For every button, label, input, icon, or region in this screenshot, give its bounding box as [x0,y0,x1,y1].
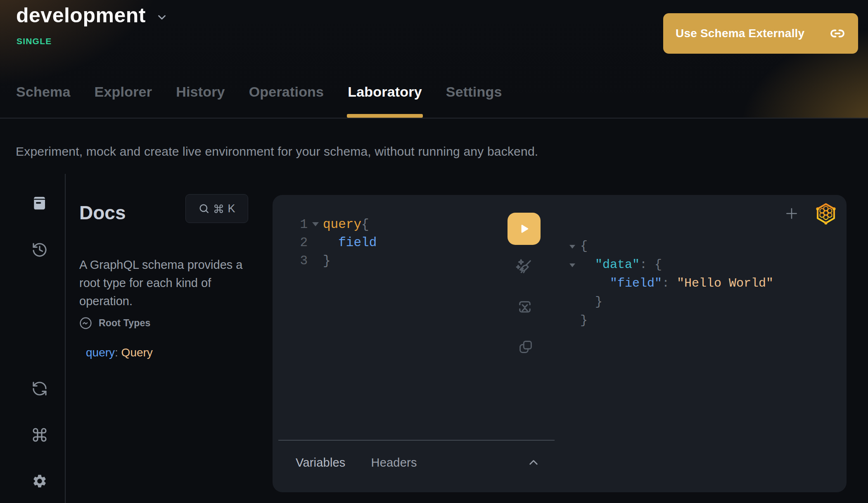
close-brace: } [323,254,331,268]
field-value: "Hello World" [677,276,773,290]
indent [580,295,595,309]
chevron-down-icon[interactable] [156,11,168,24]
command-icon [31,427,48,443]
fold-toggle[interactable] [308,222,323,226]
response-line-1: { [564,237,773,255]
query-line-2[interactable]: 2 field [273,233,377,252]
tab-headers[interactable]: Headers [371,456,417,470]
tab-explorer[interactable]: Explorer [95,84,152,119]
command-key-icon [213,204,224,214]
docs-book-icon [31,195,48,211]
project-title: development [16,3,146,27]
prettify-sparkle-broom-icon [515,258,534,277]
docs-panel-title: Docs [79,202,126,224]
data-key: "data" [595,258,640,272]
root-type-query-link[interactable]: query: Query [86,346,153,359]
history-sidebar-button[interactable] [31,242,48,258]
tab-operations[interactable]: Operations [249,84,324,119]
laboratory-description: Experiment, mock and create live environ… [16,145,538,159]
indent [323,235,338,250]
secondary-editor-tabs: Variables Headers [296,456,417,470]
chevron-up-icon [526,455,541,470]
root-types-section: Root Types [79,316,151,330]
link-icon [830,26,845,41]
response-line-5: } [564,311,773,330]
response-line-2: "data": { [564,255,773,274]
line-number: 2 [273,235,308,250]
search-icon [198,203,210,214]
target-tabs: Schema Explorer History Operations Labor… [16,84,502,119]
root-types-icon [79,316,92,330]
field-key: "field" [610,276,662,290]
close-brace: } [580,313,588,327]
search-shortcut-key: K [228,202,235,215]
open-brace: { [655,258,662,272]
docs-sidebar-button[interactable] [31,195,48,211]
tab-variables[interactable]: Variables [296,456,346,470]
response-viewer: { "data": { "field": "Hello World" } } [564,237,773,330]
keyboard-shortcuts-sidebar-button[interactable] [31,427,48,443]
response-line-4: } [564,292,773,311]
colon: : [640,258,655,272]
tab-settings[interactable]: Settings [446,84,502,119]
tab-history[interactable]: History [176,84,225,119]
colon: : [662,276,677,290]
environment-badge: SINGLE [17,36,52,46]
laboratory-page: development SINGLE Use Schema Externally… [0,0,868,503]
graphql-hive-logo-icon [813,201,839,226]
line-number: 1 [273,217,308,232]
collapse-secondary-editor-button[interactable] [524,453,543,472]
graphiql-editor-panel: 1 query{ 2 field 3 } [273,195,847,492]
root-types-label: Root Types [99,318,151,329]
open-brace: { [361,217,369,232]
execute-query-button[interactable] [508,213,541,245]
collapse-toggle[interactable] [564,262,575,267]
page-header: development SINGLE Use Schema Externally… [0,0,868,119]
use-schema-externally-button[interactable]: Use Schema Externally [663,13,858,54]
open-brace: { [580,239,588,253]
copy-icon [518,339,534,355]
merge-icon [516,298,534,316]
refresh-icon [31,380,48,397]
field-token: field [338,235,377,250]
fold-triangle-icon [569,245,575,249]
schema-description: A GraphQL schema provides a root type fo… [79,256,259,310]
query-editor[interactable]: 1 query{ 2 field 3 } [273,215,377,270]
history-icon [31,242,48,258]
plus-icon [783,205,800,222]
collapse-toggle[interactable] [564,244,575,249]
fold-triangle-icon [312,222,319,226]
docs-search-button[interactable]: K [185,194,248,223]
close-brace: } [595,295,602,309]
use-schema-button-label: Use Schema Externally [676,27,804,40]
root-type-field-name[interactable]: query [86,346,115,359]
editor-bottom-divider [278,440,555,441]
query-line-3[interactable]: 3 } [273,252,377,270]
copy-query-button[interactable] [516,337,535,356]
root-type-separator: : [115,346,121,359]
tab-laboratory[interactable]: Laboratory [348,84,422,119]
prettify-button[interactable] [515,258,534,277]
fold-triangle-icon [569,263,575,267]
settings-sidebar-button[interactable] [31,473,48,489]
settings-gear-icon [32,473,47,489]
query-line-1[interactable]: 1 query{ [273,215,377,233]
project-selector[interactable]: development [16,3,168,27]
tab-schema[interactable]: Schema [16,84,71,119]
indent [580,276,610,290]
response-line-3: "field": "Hello World" [564,274,773,292]
indent [580,258,595,272]
play-icon [517,222,531,236]
sidebar-divider [65,174,66,503]
line-number: 3 [273,254,308,268]
add-tab-button[interactable] [783,205,800,222]
reload-schema-sidebar-button[interactable] [31,380,48,397]
root-type-type-name[interactable]: Query [121,346,153,359]
query-keyword: query [323,217,361,232]
merge-fragments-button[interactable] [515,297,534,316]
